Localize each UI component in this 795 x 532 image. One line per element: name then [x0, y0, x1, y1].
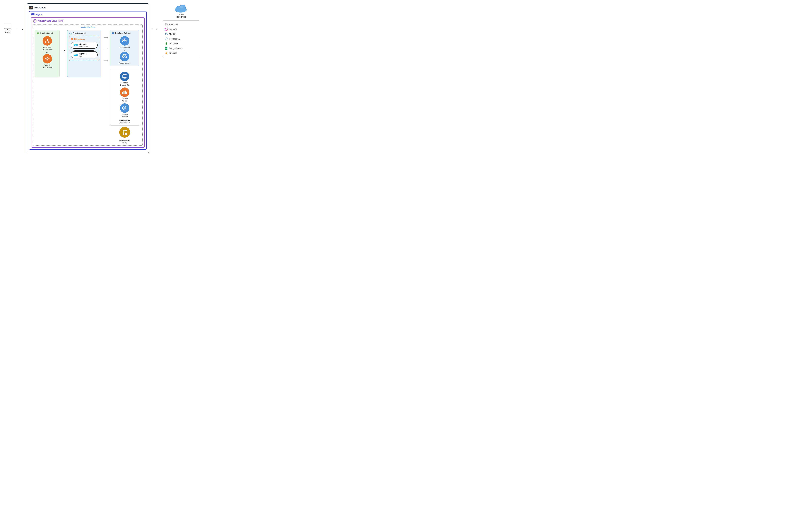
- svg-rect-67: [124, 91, 125, 94]
- svg-line-20: [47, 40, 49, 41]
- google-sheets-icon: [165, 47, 168, 50]
- svg-rect-46: [75, 55, 76, 55]
- svg-rect-0: [4, 24, 11, 29]
- aws-cloud-label: AWS Cloud: [34, 6, 45, 9]
- svg-rect-41: [76, 45, 77, 45]
- svg-point-15: [38, 34, 39, 34]
- rest-api-icon: [165, 23, 168, 26]
- step-functions-svg: [121, 129, 128, 135]
- resource-item-postgresql: P PostgreSQL: [165, 37, 197, 41]
- region-icon: [31, 13, 35, 16]
- dynamodb-icon: [120, 72, 129, 81]
- svg-rect-101: [165, 47, 167, 50]
- svg-text:P: P: [166, 38, 167, 40]
- cloud-resources-section: CloudResources REST API: [162, 3, 199, 57]
- aws-cloud-icon: AWS: [29, 6, 33, 10]
- vpc-icon: [33, 19, 37, 23]
- dynamodb-label: AmazonDynamoDB: [120, 82, 129, 86]
- redshift-label: AmazonRedshift: [121, 114, 128, 118]
- vpc-header: Virtual Private Cloud (VPC): [33, 19, 143, 23]
- az-inner: Public Subnet: [35, 30, 141, 144]
- rds-svg: [122, 38, 128, 43]
- resource-item-graphql: GraphQL: [165, 27, 197, 32]
- vpc-box: Virtual Private Cloud (VPC) Availability…: [31, 17, 145, 148]
- nlb-svg: [45, 56, 50, 61]
- ec2-instance-box: EC2 Instance: [69, 36, 99, 61]
- private-subnet-label: Private Subnet: [73, 32, 86, 34]
- client-icon: [3, 24, 12, 31]
- mongodb-label: MongoDB: [169, 42, 178, 45]
- arrow-to-api-resources: [104, 60, 108, 61]
- service-jobs-runner-text: Service jobs-runner: [79, 43, 88, 47]
- svg-point-23: [49, 58, 50, 59]
- svg-rect-36: [74, 44, 78, 46]
- resource-item-mongodb: MongoDB: [165, 41, 197, 46]
- aurora-icon: [120, 52, 129, 61]
- alb-svg: [45, 38, 50, 43]
- cloud-resources-icon: [174, 3, 188, 13]
- client-label: Client: [5, 31, 10, 33]
- arrow-pub-to-priv: [61, 50, 65, 52]
- athena-icon: [120, 88, 129, 97]
- redshift-component: AmazonRedshift: [112, 103, 137, 118]
- resources-api-section: Resources (APIs): [110, 127, 139, 144]
- svg-rect-45: [76, 54, 77, 55]
- service-api-stacked: Service api: [71, 51, 98, 58]
- athena-component: AmazonAthena: [112, 88, 137, 102]
- arrows-col: [104, 37, 108, 61]
- postgresql-svg: P: [165, 37, 168, 40]
- svg-rect-39: [76, 44, 77, 45]
- db-subnet-label: Database Subnet: [115, 32, 130, 34]
- svg-line-19: [46, 40, 47, 41]
- public-subnet-or: or: [37, 51, 58, 53]
- nlb-icon: [42, 54, 52, 63]
- mongodb-svg: [165, 42, 168, 45]
- cloud-resources-label: CloudResources: [162, 13, 199, 18]
- ec2-instance-header: EC2 Instance: [71, 38, 98, 40]
- public-subnet: Public Subnet: [35, 30, 59, 77]
- svg-point-18: [48, 41, 50, 43]
- rds-icon: [120, 36, 129, 45]
- mongodb-icon: [165, 42, 168, 45]
- docker-icon-2: [73, 53, 78, 57]
- aurora-svg: [122, 54, 128, 59]
- public-subnet-lock-icon: [37, 32, 40, 35]
- resource-item-mysql: MySQL: [165, 32, 197, 37]
- db-subnet-or: or: [112, 49, 137, 51]
- google-sheets-svg: [165, 47, 168, 50]
- svg-text:AWS: AWS: [29, 7, 33, 9]
- firebase-svg: [165, 52, 168, 55]
- step-functions-icon: [119, 127, 130, 138]
- svg-rect-35: [72, 38, 73, 39]
- svg-line-29: [48, 59, 49, 60]
- svg-line-27: [48, 58, 49, 59]
- svg-rect-66: [122, 92, 123, 94]
- athena-label: AmazonAthena: [121, 98, 128, 102]
- private-subnet: Private Subnet EC2 Instance: [67, 30, 101, 77]
- svg-point-16: [46, 39, 48, 40]
- arrow-to-db-subnet: [104, 37, 108, 38]
- svg-marker-89: [165, 28, 168, 31]
- resource-item-google-sheets: Google Sheets: [165, 46, 197, 51]
- svg-rect-42: [74, 54, 78, 56]
- graphql-svg: [165, 28, 168, 31]
- alb-component: ApplicationLoad Balancer: [37, 36, 58, 51]
- resources-api-component: Resources (APIs): [119, 127, 130, 144]
- client-section: Client: [3, 24, 12, 33]
- resources-list: REST API GraphQL: [162, 20, 199, 57]
- firebase-label: Firebase: [169, 52, 177, 54]
- private-subnet-header: Private Subnet: [69, 32, 99, 35]
- resources-db-title: Resources (Databases): [112, 119, 137, 124]
- dynamodb-component: AmazonDynamoDB: [112, 72, 137, 86]
- graphql-label: GraphQL: [169, 28, 177, 31]
- db-subnet-header: Database Subnet: [112, 32, 137, 35]
- svg-rect-68: [125, 91, 126, 94]
- private-subnet-lock-icon: [69, 32, 72, 35]
- docker-icon-1: [73, 43, 78, 47]
- db-subnet-lock-icon: [112, 32, 114, 35]
- svg-rect-73: [125, 130, 127, 131]
- svg-rect-6: [32, 14, 33, 14]
- svg-rect-69: [126, 92, 127, 94]
- svg-point-33: [70, 34, 71, 34]
- vpc-label: Virtual Private Cloud (VPC): [38, 20, 63, 22]
